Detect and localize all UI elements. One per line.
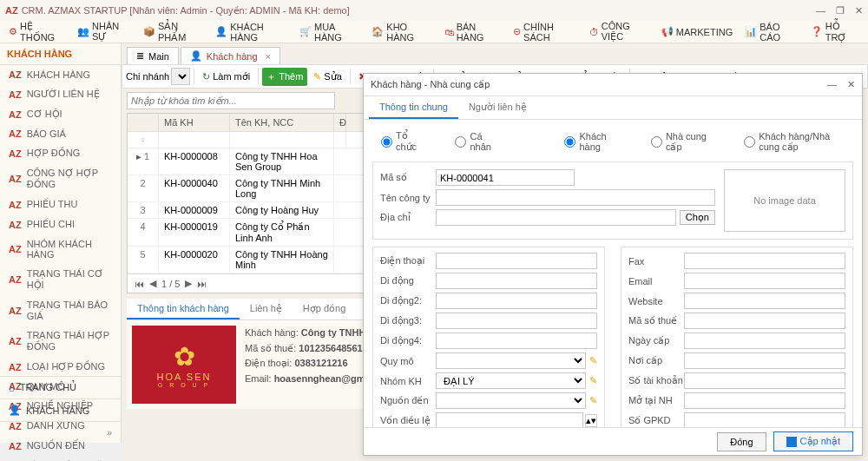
add-button[interactable]: ＋Thêm (262, 68, 307, 86)
col-extra[interactable]: Đ (334, 114, 346, 131)
btn-chon-dia-chi[interactable]: Chọn (680, 210, 715, 225)
az-icon: AZ (9, 244, 22, 254)
input-dien-thoai[interactable] (436, 253, 597, 269)
radio-row: Tổ chức Cá nhân Khách hàng Nhà cung cấp … (372, 127, 853, 161)
sidebar-item[interactable]: AZHỢP ĐỒNG (0, 143, 121, 163)
input-website[interactable] (684, 293, 845, 309)
spin-von[interactable]: ▴▾ (585, 414, 597, 427)
pager-first[interactable]: ⏮ (135, 279, 144, 289)
sidebar-item[interactable]: AZTRẠNG THÁI HỢP ĐỒNG (0, 326, 121, 357)
sidebar: KHÁCH HÀNG AZKHÁCH HÀNGAZNGƯỜI LIÊN HỆAZ… (0, 43, 122, 443)
edit-nguon-den-icon[interactable]: ✎ (589, 395, 597, 406)
radio-ca-nhan[interactable]: Cá nhân (455, 131, 495, 152)
input-di-dong-4[interactable] (436, 333, 597, 349)
sidebar-khach-hang-footer[interactable]: 👤KHÁCH HÀNG (0, 398, 121, 421)
edit-quy-mo-icon[interactable]: ✎ (589, 355, 597, 366)
modal-minimize-icon[interactable]: — (827, 79, 837, 90)
col-ten-kh[interactable]: Tên KH, NCC (230, 114, 334, 131)
refresh-button[interactable]: ↻Làm mới (198, 69, 254, 85)
tab-main[interactable]: ≣Main (127, 47, 179, 64)
modal-title: Khách hàng - Nhà cung cấp (371, 79, 490, 90)
sidebar-item[interactable]: AZTRẠNG THÁI BÁO GIÁ (0, 295, 121, 326)
btn-dong[interactable]: Đóng (717, 432, 766, 451)
menu-marketing[interactable]: 📢MARKETING (656, 23, 738, 40)
pager-prev[interactable]: ◀ (149, 278, 156, 289)
az-icon: AZ (9, 274, 22, 285)
az-icon: AZ (9, 306, 22, 316)
select-quy-mo[interactable] (436, 352, 586, 369)
input-fax[interactable] (684, 253, 845, 269)
radio-khach-hang[interactable]: Khách hàng (564, 131, 615, 152)
az-icon: AZ (9, 109, 22, 120)
search-input[interactable] (127, 92, 335, 109)
input-di-dong[interactable] (436, 273, 597, 289)
sidebar-item[interactable]: AZLOẠI HỢP ĐỒNG (0, 357, 121, 377)
menu-he-thong[interactable]: ⚙HỆ THỐNG (3, 18, 70, 46)
sidebar-item[interactable]: AZCÔNG NỢ HỢP ĐỒNG (0, 163, 121, 194)
menu-bao-cao[interactable]: 📊BÁO CÁO (740, 19, 803, 45)
input-stk[interactable] (684, 372, 845, 389)
sidebar-item[interactable]: AZNGƯỜI LIÊN HỆ (0, 84, 121, 104)
select-nhom-kh[interactable]: ĐẠI LÝ (436, 372, 586, 389)
tab-close-icon[interactable]: × (266, 51, 271, 62)
select-nguon-den[interactable] (436, 392, 586, 409)
modal-footer: Đóng Cập nhật (364, 427, 862, 455)
input-di-dong-2[interactable] (436, 293, 597, 309)
radio-both[interactable]: Khách hàng/Nhà cung cấp (744, 131, 845, 153)
mtab-thong-tin[interactable]: Thông tin chung (369, 96, 458, 119)
dtab-lien-he[interactable]: Liên hệ (240, 299, 293, 319)
input-ten-cong-ty[interactable] (436, 189, 715, 206)
menu-ban-hang[interactable]: 🛍BÁN HÀNG (439, 19, 506, 45)
radio-to-chuc[interactable]: Tổ chức (381, 130, 420, 153)
input-gpkd[interactable] (684, 412, 845, 427)
branch-select[interactable] (171, 68, 190, 85)
input-ma-so[interactable] (436, 169, 575, 186)
lbl-ma-so: Mã số (380, 172, 436, 183)
mtab-nguoi-lien-he[interactable]: Người liên hệ (458, 96, 537, 119)
menu-kho-hang[interactable]: 🏠KHO HÀNG (366, 19, 437, 45)
tab-khach-hang[interactable]: 👤Khách hàng× (181, 47, 280, 64)
minimize-icon[interactable]: — (816, 5, 825, 16)
pager-next[interactable]: ▶ (185, 278, 192, 289)
menu-cong-viec[interactable]: ⏱CÔNG VIỆC (584, 18, 654, 45)
menu-nhan-su[interactable]: 👥NHÂN SỰ (72, 18, 136, 45)
menu-chinh-sach[interactable]: ⊝CHÍNH SÁCH (508, 19, 582, 45)
input-email[interactable] (684, 273, 845, 289)
menu-khach-hang[interactable]: 👤KHÁCH HÀNG (210, 19, 293, 45)
input-von-dieu-le[interactable] (436, 412, 583, 427)
sidebar-home[interactable]: ⌂TRANG CHỦ (0, 376, 121, 398)
sidebar-item[interactable]: AZHÌNH THỨC CHĂM SÓC (0, 456, 121, 461)
pager-last[interactable]: ⏭ (197, 279, 207, 289)
dtab-info[interactable]: Thông tin khách hàng (127, 299, 240, 319)
menu-mua-hang[interactable]: 🛒MUA HÀNG (294, 19, 365, 45)
input-mo-tai-nh[interactable] (684, 392, 845, 409)
radio-ncc[interactable]: Nhà cung cấp (651, 131, 709, 153)
window-title: CRM. AZMAX STARTUP [Nhân viên: Admin - Q… (22, 5, 350, 16)
sidebar-item[interactable]: AZBÁO GIÁ (0, 124, 121, 143)
edit-nhom-kh-icon[interactable]: ✎ (589, 375, 597, 386)
modal-close-icon[interactable]: ✕ (847, 79, 855, 90)
btn-cap-nhat[interactable]: Cập nhật (773, 431, 853, 451)
close-icon[interactable]: ✕ (855, 5, 863, 16)
menu-san-pham[interactable]: 📦SẢN PHẨM (138, 18, 208, 46)
app-logo-icon: AZ (5, 5, 18, 16)
input-noi-cap[interactable] (684, 352, 845, 369)
sidebar-item[interactable]: AZPHIẾU THU (0, 194, 121, 214)
col-ma-kh[interactable]: Mã KH (159, 114, 230, 131)
dtab-hop-dong[interactable]: Hợp đồng (293, 299, 356, 319)
sidebar-item[interactable]: AZCƠ HỘI (0, 104, 121, 124)
edit-button[interactable]: ✎Sửa (309, 69, 345, 85)
sidebar-item[interactable]: AZPHIẾU CHI (0, 214, 121, 234)
sidebar-item[interactable]: AZKHÁCH HÀNG (0, 65, 121, 84)
maximize-icon[interactable]: ❐ (836, 5, 845, 16)
pager-pos: 1 / 5 (161, 279, 180, 289)
input-mst[interactable] (684, 313, 845, 329)
sidebar-item[interactable]: AZNHÓM KHÁCH HÀNG (0, 234, 121, 264)
input-ngay-cap[interactable] (684, 333, 845, 349)
image-placeholder[interactable]: No image data (724, 169, 845, 232)
menu-ho-tro[interactable]: ❓HỖ TRỢ (806, 18, 865, 46)
sidebar-expand[interactable]: » (0, 421, 121, 443)
input-dia-chi[interactable] (436, 209, 676, 226)
input-di-dong-3[interactable] (436, 313, 597, 329)
sidebar-item[interactable]: AZTRẠNG THÁI CƠ HỘI (0, 264, 121, 295)
